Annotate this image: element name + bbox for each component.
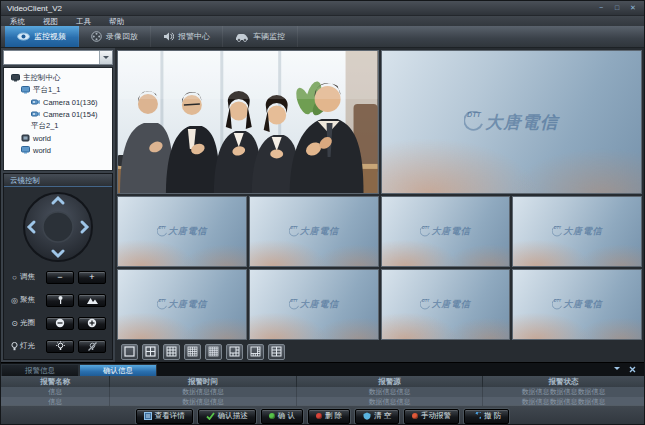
datang-watermark: DTT 大唐電信 — [420, 298, 470, 311]
alarm-source-cell: 数据信息信息 — [297, 387, 483, 397]
pan-tilt-pad[interactable] — [22, 191, 94, 263]
view-details-button[interactable]: 查看详情 — [136, 409, 193, 424]
video-tile[interactable]: DTT 大唐電信 — [512, 269, 642, 340]
tab-alarm-center[interactable]: 报警中心 — [151, 26, 223, 47]
combobox-dropdown-button[interactable] — [99, 51, 112, 64]
layout-16-split-button[interactable] — [184, 344, 201, 360]
video-tile[interactable]: DTT 大唐電信 — [249, 196, 379, 267]
tab-monitor-video[interactable]: 监控视频 — [5, 26, 79, 47]
iris-open-button[interactable] — [78, 317, 106, 330]
tab-alarm-info[interactable]: 报警信息 — [1, 364, 79, 376]
speaker-icon — [163, 31, 174, 42]
main-content: 主控制中心 平台1_1 Camera 01(136) — [1, 48, 644, 362]
video-tile[interactable]: DTT 大唐電信 — [381, 50, 643, 194]
alarm-table-row[interactable]: 信息 数据信息信息 数据信息信息 数据信息数据信息数据信息 — [1, 397, 644, 407]
alarm-name-header: 报警名称 — [1, 376, 110, 387]
menu-help[interactable]: 帮助 — [100, 16, 133, 26]
layout-1-icon — [124, 346, 135, 357]
layout-9-icon — [166, 346, 177, 357]
dtt-logo-icon: DTT — [552, 299, 562, 311]
video-client-window: VideoClient_V2 − □ ✕ 系统 视图 工具 帮助 监控视频 — [0, 0, 645, 425]
video-tile[interactable]: DTT 大唐電信 — [381, 269, 511, 340]
video-tile[interactable]: DTT 大唐電信 — [117, 269, 247, 340]
window-title: VideoClient_V2 — [7, 4, 62, 13]
tree-item-platform1[interactable]: 平台1_1 — [6, 84, 110, 96]
ptz-light-label: 灯光 — [20, 341, 42, 351]
device-icon — [21, 134, 30, 142]
video-tile-live[interactable] — [117, 50, 379, 194]
layout-9-split-button[interactable] — [163, 344, 180, 360]
iris-minus-icon — [55, 318, 65, 328]
delete-button[interactable]: 删 除 — [308, 409, 350, 424]
layout-8-split-button[interactable] — [247, 344, 264, 360]
layout-4-icon — [145, 346, 156, 357]
tab-confirm-info[interactable]: 确认信息 — [79, 364, 157, 376]
layout-6-split-button[interactable] — [226, 344, 243, 360]
video-tile[interactable]: DTT 大唐電信 — [512, 196, 642, 267]
video-tile[interactable]: DTT 大唐電信 — [381, 196, 511, 267]
close-panel-icon[interactable] — [629, 366, 636, 373]
alarm-table-header: 报警名称 报警时间 报警源 报警状态 — [1, 376, 644, 387]
alarm-time-cell: 数据信息信息 — [110, 387, 296, 397]
focus-near-icon — [55, 295, 66, 305]
ptz-panel-title: 云镜控制 — [4, 174, 112, 187]
button-label: 确认描述 — [218, 411, 248, 421]
clear-button[interactable]: 清 空 — [355, 409, 399, 424]
focus-far-button[interactable] — [78, 294, 106, 307]
menu-view[interactable]: 视图 — [34, 16, 67, 26]
minimize-button[interactable]: − — [596, 3, 606, 13]
datang-watermark: DTT 大唐電信 — [552, 225, 602, 238]
device-search-combobox[interactable] — [3, 50, 113, 65]
zoom-out-button[interactable]: − — [46, 271, 74, 284]
tab-vehicle-monitor[interactable]: 车辆监控 — [223, 26, 298, 47]
menu-system[interactable]: 系统 — [1, 16, 34, 26]
light-on-button[interactable] — [46, 340, 74, 353]
light-bulb-icon — [9, 342, 20, 351]
dtt-logo-icon: DTT — [157, 299, 167, 311]
dtt-logo-icon: DTT — [157, 226, 167, 238]
ptz-panel: 云镜控制 — [3, 173, 113, 360]
collapse-panel-icon[interactable] — [614, 367, 620, 373]
alarm-table-row[interactable]: 信息 数据信息信息 数据信息信息 数据信息数据信息数据信息 — [1, 387, 644, 397]
datang-watermark: DTT 大唐電信 — [464, 111, 559, 134]
zoom-in-button[interactable]: + — [78, 271, 106, 284]
maximize-button[interactable]: □ — [612, 3, 622, 13]
tree-item-world-1[interactable]: world — [6, 132, 110, 144]
tree-item-camera-136[interactable]: Camera 01(136) — [6, 96, 110, 108]
layout-25-split-button[interactable] — [205, 344, 222, 360]
monitor-icon — [21, 146, 30, 154]
ptz-iris-row: ⊙ 光圈 — [9, 314, 107, 332]
confirm-button[interactable]: 确 认 — [261, 409, 303, 424]
video-tile[interactable]: DTT 大唐電信 — [249, 269, 379, 340]
tree-item-label: world — [33, 146, 51, 155]
tree-item-platform2[interactable]: 平台2_1 — [6, 120, 110, 132]
tab-label: 录像回放 — [106, 31, 138, 42]
tree-item-control-center[interactable]: 主控制中心 — [6, 72, 110, 84]
disarm-button[interactable]: 撤 防 — [464, 409, 509, 424]
confirm-description-button[interactable]: 确认描述 — [198, 409, 256, 424]
iris-close-button[interactable] — [46, 317, 74, 330]
button-label: 删 除 — [325, 411, 342, 421]
device-tree: 主控制中心 平台1_1 Camera 01(136) — [3, 67, 113, 171]
menu-tools[interactable]: 工具 — [67, 16, 100, 26]
tab-playback[interactable]: 录像回放 — [79, 26, 151, 47]
camera-icon — [31, 110, 40, 118]
layout-8-icon — [250, 346, 261, 357]
layout-single-button[interactable] — [121, 344, 138, 360]
layout-10-split-button[interactable] — [268, 344, 285, 360]
tab-label: 监控视频 — [34, 31, 66, 42]
layout-4-split-button[interactable] — [142, 344, 159, 360]
manual-alarm-icon — [412, 413, 418, 419]
alarm-time-cell: 数据信息信息 — [110, 397, 296, 407]
focus-near-button[interactable] — [46, 294, 74, 307]
alarm-source-header: 报警源 — [297, 376, 483, 387]
tree-item-label: 平台1_1 — [33, 85, 61, 95]
tree-item-world-2[interactable]: world — [6, 144, 110, 156]
control-center-icon — [11, 74, 20, 82]
video-tile[interactable]: DTT 大唐電信 — [117, 196, 247, 267]
light-off-button[interactable] — [78, 340, 106, 353]
close-button[interactable]: ✕ — [628, 3, 638, 13]
film-reel-icon — [91, 31, 102, 42]
manual-alarm-button[interactable]: 手动报警 — [404, 409, 459, 424]
tree-item-camera-154[interactable]: Camera 01(154) — [6, 108, 110, 120]
